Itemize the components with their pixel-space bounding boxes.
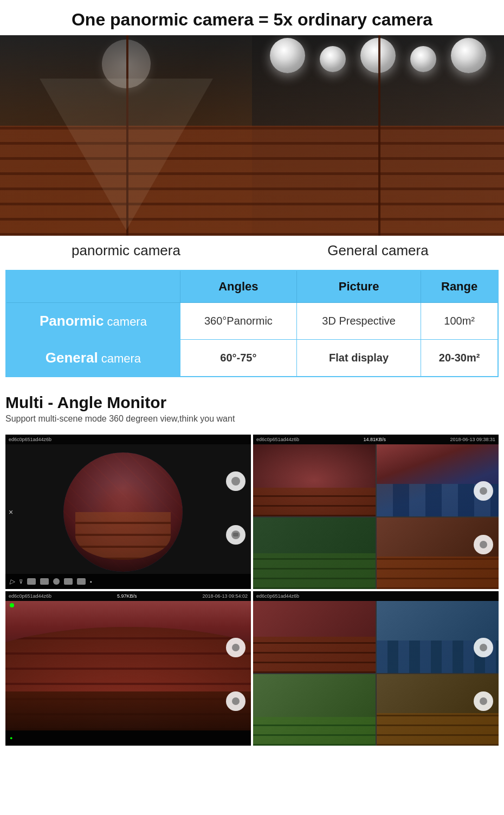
panormic-bold: Panormic bbox=[40, 313, 104, 329]
monitor-bottombar-3: ● bbox=[5, 730, 251, 746]
comparison-table: Angles Picture Range Panormic camera 360… bbox=[5, 270, 499, 377]
record-btn-bottom-4[interactable] bbox=[474, 691, 493, 711]
monitor-cell-2: ed6c0p651ad44z6b 14.81KB/s 2018-06-13 09… bbox=[253, 435, 499, 589]
panormic-angles: 360°Panormic bbox=[180, 303, 296, 340]
general-camera-label: General camera bbox=[252, 242, 504, 259]
device-time-2: 2018-06-13 09:38:31 bbox=[450, 437, 495, 442]
settings-icon[interactable]: ▪ bbox=[90, 579, 92, 585]
monitor-cell-1: ed6c0p651ad44z6b × ▷ ⊽ bbox=[5, 435, 251, 589]
camera-labels: panormic camera General camera bbox=[0, 236, 504, 270]
multi-angle-section: Multi - Angle Monitor Support multi-scen… bbox=[0, 388, 504, 435]
table-row-general: General camera 60°-75° Flat display 20-3… bbox=[6, 340, 498, 377]
play-icon: ▷ bbox=[10, 578, 15, 585]
multi-angle-description: Support multi-scene mode 360 degreen vie… bbox=[5, 414, 499, 424]
monitor-topbar-3: ed6c0p651ad44z6b 5.97KB/s 2018-06-13 09:… bbox=[5, 591, 251, 601]
close-btn-1[interactable]: × bbox=[9, 508, 13, 516]
general-picture: Flat display bbox=[296, 340, 421, 377]
dome-camera-5 bbox=[451, 38, 486, 73]
dome-camera-1 bbox=[270, 38, 305, 73]
device-id-3: ed6c0p651ad44z6b bbox=[9, 593, 51, 599]
record-btn-bottom-1[interactable] bbox=[226, 525, 245, 545]
dome-camera-4 bbox=[410, 46, 436, 72]
fisheye-circle-1 bbox=[63, 452, 183, 572]
multiview-sub-2 bbox=[377, 444, 499, 516]
multiview4-sub-2 bbox=[377, 601, 499, 673]
camera-icon-2 bbox=[480, 541, 487, 548]
general-camera-name: General camera bbox=[6, 340, 180, 377]
device-id-4: ed6c0p651ad44z6b bbox=[256, 593, 299, 599]
device-time-3: 2018-06-13 09:54:02 bbox=[202, 593, 248, 599]
circle-indicator-3: ● bbox=[10, 735, 12, 741]
bookmark-icon: ⊽ bbox=[19, 579, 23, 585]
circle-icon bbox=[53, 578, 60, 585]
camera-comparison bbox=[0, 35, 504, 236]
grid-icon-4[interactable] bbox=[77, 578, 86, 585]
general-rest: camera bbox=[98, 352, 141, 365]
header-section: One panormic camera = 5x ordinary camera bbox=[0, 0, 504, 35]
table-row-panormic: Panormic camera 360°Panormic 3D Prespect… bbox=[6, 303, 498, 340]
monitor-topbar-4: ed6c0p651ad44z6b bbox=[253, 591, 499, 601]
multiview4-sub-1 bbox=[253, 601, 376, 673]
monitor-topbar-1: ed6c0p651ad44z6b bbox=[5, 435, 251, 444]
dome-camera-2 bbox=[320, 46, 346, 72]
camera-icon-3 bbox=[232, 697, 240, 705]
panormic-camera-name: Panormic camera bbox=[6, 303, 180, 340]
general-angles: 60°-75° bbox=[180, 340, 296, 377]
record-btn-bottom-3[interactable] bbox=[226, 691, 245, 711]
speed-label-3: 5.97KB/s bbox=[117, 593, 137, 599]
grid-icon-1[interactable] bbox=[27, 578, 36, 585]
panormic-camera-label: panormic camera bbox=[0, 242, 252, 259]
recording-dot-3 bbox=[10, 603, 14, 607]
camera-icon-4 bbox=[480, 697, 487, 705]
record-icon-4 bbox=[480, 644, 487, 651]
table-header-angles: Angles bbox=[180, 270, 296, 303]
monitor-screenshot-grid: ed6c0p651ad44z6b × ▷ ⊽ bbox=[5, 435, 499, 746]
panormic-camera-image bbox=[0, 35, 252, 236]
monitor-cell-3: ed6c0p651ad44z6b 5.97KB/s 2018-06-13 09:… bbox=[5, 591, 251, 746]
multiview4-sub-3 bbox=[253, 674, 376, 746]
general-bold: General bbox=[46, 350, 98, 366]
panormic-range: 100m² bbox=[421, 303, 498, 340]
table-header-range: Range bbox=[421, 270, 498, 303]
table-header-name bbox=[6, 270, 180, 303]
monitor-cell-4: ed6c0p651ad44z6b bbox=[253, 591, 499, 746]
record-btn-bottom-2[interactable] bbox=[474, 535, 493, 554]
table-header-picture: Picture bbox=[296, 270, 421, 303]
shelf-divider-right bbox=[378, 35, 380, 236]
general-range: 20-30m² bbox=[421, 340, 498, 377]
general-camera-image bbox=[252, 35, 504, 236]
multiview-sub-1 bbox=[253, 444, 376, 516]
device-id-1: ed6c0p651ad44z6b bbox=[9, 437, 51, 442]
panormic-picture: 3D Prespective bbox=[296, 303, 421, 340]
record-icon-2 bbox=[480, 487, 487, 495]
multi-angle-title: Multi - Angle Monitor bbox=[5, 393, 499, 412]
grid-icon-2[interactable] bbox=[40, 578, 49, 585]
record-btn-top-4[interactable] bbox=[474, 638, 493, 657]
camera-icon-1 bbox=[231, 531, 240, 539]
grid-icon-3[interactable] bbox=[64, 578, 73, 585]
page-title: One panormic camera = 5x ordinary camera bbox=[5, 10, 499, 30]
record-icon-3 bbox=[232, 644, 240, 651]
record-icon-1 bbox=[231, 477, 240, 486]
monitor-bottombar-1: ▷ ⊽ ▪ bbox=[5, 574, 251, 589]
record-btn-top-2[interactable] bbox=[474, 481, 493, 501]
monitor-topbar-2: ed6c0p651ad44z6b 14.81KB/s 2018-06-13 09… bbox=[253, 435, 499, 444]
multiview-grid-2 bbox=[253, 444, 499, 589]
speed-label-2: 14.81KB/s bbox=[363, 437, 386, 442]
panormic-rest: camera bbox=[104, 315, 146, 328]
device-id-2: ed6c0p651ad44z6b bbox=[256, 437, 299, 442]
record-btn-top-1[interactable] bbox=[226, 471, 245, 491]
panoramic-wide-view bbox=[5, 601, 251, 730]
multiview-sub-3 bbox=[253, 518, 376, 590]
multiview-grid-4 bbox=[253, 601, 499, 746]
record-btn-top-3[interactable] bbox=[226, 638, 245, 657]
